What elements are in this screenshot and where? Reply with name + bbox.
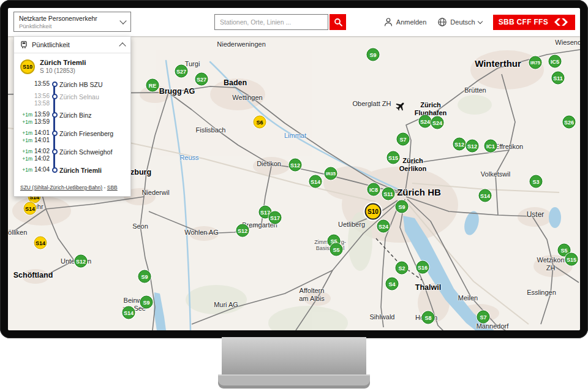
stop-dot: [52, 112, 58, 118]
line-badge[interactable]: S12: [453, 138, 466, 151]
train-number: S 10 (12853): [40, 67, 86, 74]
train-summary: S10 Zürich Triemli S 10 (12853): [14, 53, 130, 77]
layer-select-subtitle: Pünktlichkeit: [19, 23, 121, 29]
sbb-link[interactable]: SBB: [107, 184, 118, 191]
login-label: Anmelden: [396, 18, 427, 26]
footer-separator: -: [102, 184, 107, 191]
line-badge[interactable]: S26: [563, 116, 576, 129]
chevron-up-icon: [119, 42, 126, 49]
chevron-down-icon: [119, 17, 126, 24]
line-badge[interactable]: S12: [289, 159, 302, 172]
app-header: Netzkarte Personenverkehr Pünktlichkeit: [8, 8, 580, 36]
stop-list: 13:55Zürich HB SZU13:5613:58Zürich Selna…: [14, 77, 130, 181]
line-badge[interactable]: S12: [466, 140, 479, 153]
search-input[interactable]: [214, 14, 328, 30]
stop-dot: [52, 94, 58, 99]
line-badge[interactable]: S10: [365, 203, 382, 220]
line-badge[interactable]: S24: [419, 115, 432, 128]
line-badge[interactable]: S14: [123, 306, 135, 319]
line-badge[interactable]: IC1: [484, 140, 497, 153]
panel-footer: SZU (Sihltal-Zürich-Uetliberg-Bahn) - SB…: [14, 181, 130, 196]
line-badge[interactable]: RE: [146, 79, 159, 92]
line-badge[interactable]: S3: [530, 175, 543, 188]
monitor-stand: [222, 337, 366, 375]
globe-icon: [437, 17, 447, 27]
chevron-down-icon: [477, 18, 482, 23]
line-badge[interactable]: IR75: [529, 56, 542, 69]
line-badge[interactable]: S9: [396, 200, 409, 213]
line-badge[interactable]: S14: [479, 189, 492, 202]
login-button[interactable]: Anmelden: [383, 17, 427, 27]
language-label: Deutsch: [450, 18, 475, 26]
stop-dot: [52, 167, 58, 173]
train-line-badge: S10: [20, 59, 35, 74]
line-badge[interactable]: IC5: [549, 55, 562, 68]
line-badge[interactable]: S11: [382, 188, 395, 200]
stop-row: +1m14:02+1m14:02Zürich Schweighof: [19, 148, 126, 162]
line-badge[interactable]: S8: [422, 311, 435, 324]
line-badge[interactable]: S27: [175, 65, 188, 78]
language-selector[interactable]: Deutsch: [437, 17, 481, 27]
layer-select-dropdown[interactable]: Netzkarte Personenverkehr Pünktlichkeit: [13, 12, 131, 32]
line-badge[interactable]: S7: [397, 133, 410, 146]
stop-row: +1m14:04Zürich Triemli: [19, 166, 126, 174]
stage: NiederweningenTurgiBadenBrugg AGWettinge…: [0, 0, 588, 391]
search-bar: [214, 14, 346, 30]
search-icon: [334, 18, 342, 26]
line-badge[interactable]: S2: [396, 262, 409, 275]
line-badge[interactable]: S7: [477, 311, 490, 324]
line-badge[interactable]: S14: [34, 237, 47, 249]
line-badge[interactable]: S6: [254, 116, 266, 129]
user-icon: [383, 17, 393, 27]
line-badge[interactable]: S5: [330, 243, 343, 256]
search-button[interactable]: [330, 14, 346, 30]
line-badge[interactable]: S24: [377, 220, 390, 233]
line-badge[interactable]: S15: [387, 151, 400, 164]
stop-dot: [52, 149, 58, 154]
line-badge[interactable]: S12: [236, 224, 249, 237]
stop-dot: [52, 131, 58, 136]
line-badge[interactable]: S27: [195, 73, 208, 86]
sbb-logo-text: SBB CFF FFS: [499, 18, 548, 26]
layer-select-title: Netzkarte Personenverkehr: [19, 15, 121, 22]
panel-title: Pünktlichkeit: [32, 41, 70, 48]
punctuality-panel: Pünktlichkeit S10 Zürich Triemli S 10 (1…: [13, 36, 131, 197]
line-badge[interactable]: S17: [269, 211, 282, 224]
train-icon: [20, 40, 28, 49]
panel-header[interactable]: Pünktlichkeit: [14, 37, 130, 53]
stop-row: 13:5613:58Zürich Selnau: [19, 93, 126, 107]
monitor-stand-base: [218, 374, 370, 389]
line-badge[interactable]: S15: [565, 253, 578, 266]
layer-select-text: Netzkarte Personenverkehr Pünktlichkeit: [19, 15, 121, 29]
line-badge[interactable]: IC8: [368, 183, 380, 196]
header-right: Anmelden Deutsch SBB CFF FFS: [383, 8, 575, 36]
line-badge[interactable]: S11: [552, 72, 565, 85]
szu-link[interactable]: SZU (Sihltal-Zürich-Uetliberg-Bahn): [20, 184, 102, 191]
line-badge[interactable]: S12: [75, 255, 88, 268]
stop-row: +1m14:01+1m14:01Zürich Friesenberg: [19, 129, 126, 143]
line-badge[interactable]: S16: [417, 261, 429, 274]
sbb-logo: SBB CFF FFS: [493, 15, 575, 30]
line-badge[interactable]: S14: [24, 202, 37, 215]
line-badge[interactable]: S9: [367, 48, 380, 61]
stop-dot: [52, 82, 58, 87]
screen: NiederweningenTurgiBadenBrugg AGWettinge…: [8, 8, 580, 330]
train-name: Zürich Triemli: [40, 59, 86, 66]
airport-icon: [396, 102, 405, 113]
stop-row: 13:55Zürich HB SZU: [19, 80, 126, 88]
stop-row: +1m13:59+1m13:59Zürich Binz: [19, 111, 126, 125]
sbb-arrows-icon: [552, 18, 570, 26]
line-badge[interactable]: S24: [431, 116, 444, 129]
panel-body: S10 Zürich Triemli S 10 (12853) 13:55Zür…: [14, 53, 130, 196]
line-badge[interactable]: IR35: [325, 167, 337, 180]
line-badge[interactable]: S9: [138, 270, 151, 283]
line-badge[interactable]: S9: [140, 296, 153, 309]
line-badge[interactable]: S14: [309, 175, 322, 188]
line-badge[interactable]: S4: [386, 278, 399, 290]
